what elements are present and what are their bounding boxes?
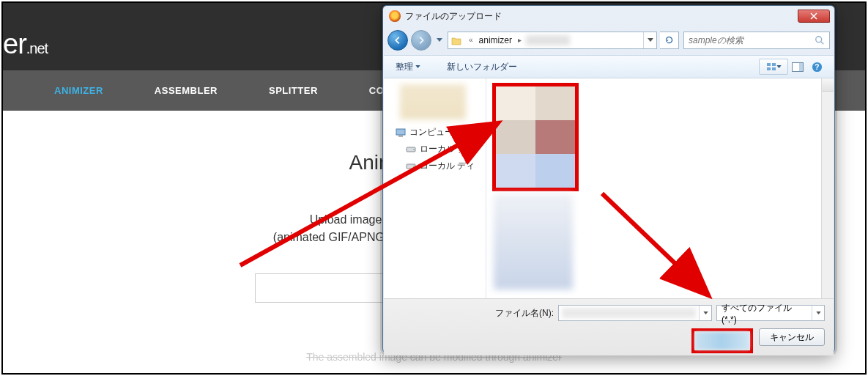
tree-item-blurred [400,84,466,119]
chevron-down-icon [437,38,442,42]
svg-text:?: ? [815,63,819,71]
filename-label: ファイル名(N): [495,307,554,320]
thumbnails-icon [766,62,776,71]
address-dropdown[interactable] [643,32,656,48]
brand-logo: er.net [3,18,51,70]
chevron-down-icon [703,312,708,314]
chevron-down-icon [816,312,821,314]
filetype-dropdown[interactable] [812,306,824,320]
file-upload-dialog: ファイルのアップロード « animizer ▸ [382,5,835,353]
scrollbar[interactable] [821,78,834,298]
tree-item-computer[interactable]: コンピューター [387,124,483,141]
help-icon: ? [812,62,823,73]
computer-icon [396,128,406,137]
organize-menu[interactable]: 整理 [391,59,425,75]
dialog-toolbar: 整理 新しいフォルダー ? [384,55,834,78]
address-breadcrumb[interactable]: « animizer ▸ [448,32,657,49]
drive-icon [406,145,416,154]
svg-rect-6 [799,63,803,71]
nav-assembler[interactable]: ASSEMBLER [155,85,218,96]
preview-pane-icon [792,62,804,72]
svg-rect-9 [396,129,405,135]
chevron-down-icon [415,65,420,68]
folder-icon [451,35,461,45]
svg-point-0 [816,36,822,42]
breadcrumb-chevron[interactable]: ▸ [513,36,526,44]
refresh-button[interactable] [660,32,679,49]
highlight-open-button [691,328,753,353]
chevron-down-icon [648,38,653,42]
help-button[interactable]: ? [807,59,826,75]
filename-value-blurred [562,308,696,318]
preview-pane-button[interactable] [788,59,807,75]
refresh-icon [664,35,674,45]
svg-rect-1 [767,63,771,66]
drive-icon [406,162,416,171]
chevron-down-icon [776,65,782,68]
file-thumbnail-selected[interactable] [496,86,575,188]
firefox-icon [389,10,401,22]
svg-rect-10 [398,136,403,137]
nav-back-button[interactable] [387,30,408,51]
breadcrumb-segment-blurred [526,35,570,45]
search-icon [815,35,825,45]
nav-animizer[interactable]: ANIMIZER [54,85,103,96]
svg-point-12 [413,149,415,150]
folder-tree[interactable]: コンピューター ローカル ディ ローカル ディ [384,78,486,298]
cancel-button[interactable]: キャンセル [759,328,825,346]
breadcrumb-laquo: « [464,36,478,44]
arrow-right-icon [416,35,426,45]
file-thumbnail[interactable] [494,194,573,290]
filetype-value: すべてのファイル (*.*) [717,302,812,325]
svg-point-14 [413,166,415,167]
open-button[interactable] [695,332,749,350]
highlight-selected-file [492,83,579,191]
close-icon [810,12,817,20]
new-folder-button[interactable]: 新しいフォルダー [442,59,522,75]
file-thumbnails-area[interactable] [486,78,834,298]
filename-dropdown[interactable] [699,306,711,320]
breadcrumb-segment[interactable]: animizer [478,35,513,45]
tree-item-localdisk[interactable]: ローカル ディ [387,158,483,174]
file-path-input[interactable] [255,273,398,303]
arrow-left-icon [393,35,403,45]
nav-forward-button[interactable] [411,30,431,51]
svg-rect-2 [772,63,776,66]
dialog-title: ファイルのアップロード [405,10,798,23]
nav-splitter[interactable]: SPLITTER [269,85,318,96]
svg-rect-3 [767,67,771,70]
view-mode-button[interactable] [759,59,788,75]
nav-history-dropdown[interactable] [434,33,445,48]
filetype-combo[interactable]: すべてのファイル (*.*) [716,305,825,321]
search-input[interactable] [689,35,815,45]
tree-item-localdisk[interactable]: ローカル ディ [387,141,483,158]
search-box[interactable] [683,32,830,49]
svg-rect-4 [772,67,776,70]
filename-combo[interactable] [558,305,712,321]
close-button[interactable] [798,10,830,23]
